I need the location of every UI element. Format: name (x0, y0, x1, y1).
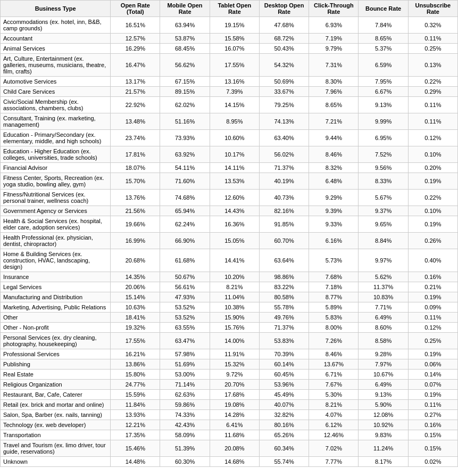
data-cell: 0.32% (408, 17, 457, 34)
data-cell: 40.19% (259, 173, 309, 190)
data-cell: 0.29% (408, 87, 457, 97)
business-type-cell: Legal Services (1, 282, 111, 292)
data-cell: 11.04% (210, 292, 259, 302)
data-cell: 8.46% (309, 146, 359, 163)
table-row: Technology (ex. web developer)12.21%42.4… (1, 420, 458, 430)
data-cell: 63.47% (160, 333, 210, 349)
data-cell: 71.60% (160, 173, 210, 190)
table-row: Other18.41%53.52%15.90%49.76%5.83%6.49%0… (1, 313, 458, 323)
data-cell: 0.06% (408, 359, 457, 370)
data-cell: 33.67% (259, 87, 309, 97)
data-cell: 15.05% (210, 233, 259, 249)
data-cell: 47.68% (259, 17, 309, 34)
data-cell: 63.55% (160, 323, 210, 333)
data-cell: 9.65% (359, 216, 408, 233)
data-cell: 53.96% (259, 380, 309, 390)
data-cell: 10.92% (359, 420, 408, 430)
data-cell: 63.64% (259, 249, 309, 272)
data-cell: 8.65% (359, 34, 408, 44)
data-cell: 4.07% (309, 410, 359, 420)
data-cell: 6.16% (309, 233, 359, 249)
data-cell: 60.34% (259, 440, 309, 457)
data-cell: 61.68% (160, 249, 210, 272)
data-cell: 10.60% (210, 130, 259, 146)
table-row: Child Care Services21.57%89.15%7.39%33.6… (1, 87, 458, 97)
table-body: Accommodations (ex. hotel, inn, B&B, cam… (1, 17, 458, 467)
data-cell: 47.93% (160, 292, 210, 302)
data-cell: 5.62% (359, 272, 408, 282)
data-cell: 0.13% (408, 54, 457, 77)
data-cell: 12.57% (111, 34, 160, 44)
data-cell: 16.47% (111, 54, 160, 77)
data-cell: 16.21% (111, 349, 160, 359)
data-cell: 11.24% (359, 440, 408, 457)
data-cell: 62.24% (160, 216, 210, 233)
business-type-cell: Insurance (1, 272, 111, 282)
table-row: Insurance14.35%50.67%10.20%98.86%7.68%5.… (1, 272, 458, 282)
business-type-cell: Unknown (1, 457, 111, 467)
data-cell: 0.19% (408, 216, 457, 233)
business-type-cell: Fitness/Nutritional Services (ex. person… (1, 190, 111, 206)
data-cell: 53.00% (160, 370, 210, 380)
data-cell: 89.15% (160, 87, 210, 97)
data-cell: 6.48% (309, 173, 359, 190)
data-cell: 74.33% (160, 410, 210, 420)
data-cell: 7.95% (359, 77, 408, 87)
data-cell: 0.11% (408, 97, 457, 113)
table-row: Salon, Spa, Barber (ex. nails, tanning)1… (1, 410, 458, 420)
data-cell: 60.70% (259, 233, 309, 249)
data-cell: 19.15% (210, 17, 259, 34)
data-cell: 7.02% (309, 440, 359, 457)
data-cell: 12.08% (359, 410, 408, 420)
header-open-rate-total: Open Rate (Total) (111, 1, 160, 17)
data-cell: 0.07% (408, 380, 457, 390)
data-cell: 91.85% (259, 216, 309, 233)
data-cell: 0.09% (408, 302, 457, 313)
data-cell: 0.21% (408, 282, 457, 292)
data-cell: 10.67% (359, 370, 408, 380)
data-cell: 6.12% (309, 420, 359, 430)
table-row: Professional Services16.21%57.98%11.91%7… (1, 349, 458, 359)
data-cell: 7.68% (309, 272, 359, 282)
data-cell: 22.92% (111, 97, 160, 113)
data-cell: 10.63% (111, 302, 160, 313)
data-cell: 9.83% (359, 430, 408, 440)
data-cell: 0.12% (408, 130, 457, 146)
data-cell: 13.93% (111, 410, 160, 420)
data-cell: 7.67% (309, 380, 359, 390)
data-cell: 8.77% (309, 292, 359, 302)
data-cell: 16.99% (111, 233, 160, 249)
table-row: Other - Non-profit19.32%63.55%15.76%71.3… (1, 323, 458, 333)
data-cell: 56.02% (259, 146, 309, 163)
business-type-cell: Accommodations (ex. hotel, inn, B&B, cam… (1, 17, 111, 34)
data-cell: 20.68% (111, 249, 160, 272)
data-cell: 12.46% (309, 430, 359, 440)
data-cell: 9.44% (309, 130, 359, 146)
table-row: Retail (ex. brick and mortar and online)… (1, 400, 458, 410)
table-row: Health & Social Services (ex. hospital, … (1, 216, 458, 233)
data-cell: 7.21% (309, 113, 359, 130)
data-cell: 18.41% (111, 313, 160, 323)
data-cell: 0.11% (408, 313, 457, 323)
data-cell: 15.76% (210, 323, 259, 333)
data-cell: 11.68% (210, 430, 259, 440)
table-row: Consultant, Training (ex. marketing, man… (1, 113, 458, 130)
business-type-cell: Transportation (1, 430, 111, 440)
business-type-cell: Real Estate (1, 370, 111, 380)
data-cell: 15.58% (210, 34, 259, 44)
data-cell: 0.16% (408, 272, 457, 282)
data-cell: 0.22% (408, 77, 457, 87)
table-row: Unknown14.48%60.30%14.68%55.74%7.77%8.17… (1, 457, 458, 467)
data-cell: 17.55% (210, 54, 259, 77)
data-cell: 45.49% (259, 390, 309, 400)
data-cell: 53.52% (160, 313, 210, 323)
business-type-cell: Consultant, Training (ex. marketing, man… (1, 113, 111, 130)
header-business-type: Business Type (1, 1, 111, 17)
data-cell: 80.58% (259, 292, 309, 302)
data-cell: 16.36% (210, 216, 259, 233)
data-cell: 20.08% (210, 440, 259, 457)
data-cell: 15.90% (210, 313, 259, 323)
data-cell: 9.72% (210, 370, 259, 380)
data-cell: 8.32% (309, 163, 359, 173)
table-row: Accommodations (ex. hotel, inn, B&B, cam… (1, 17, 458, 34)
